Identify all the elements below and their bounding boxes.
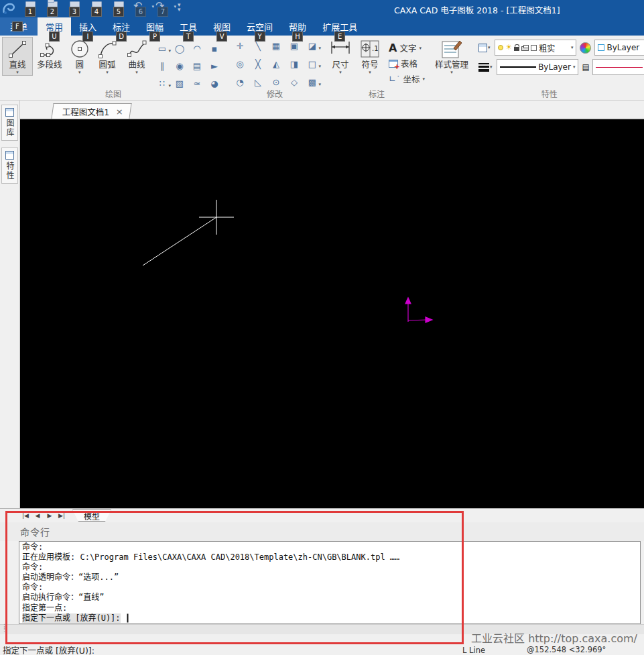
- linewidth-button[interactable]: ▾: [477, 62, 494, 72]
- extend-button[interactable]: ╳: [250, 56, 266, 71]
- offset-button[interactable]: ◔: [232, 74, 248, 89]
- circle-button[interactable]: 圆 ▾: [67, 38, 92, 75]
- arc-icon: [96, 39, 118, 60]
- arc-dropdown-icon[interactable]: ▾: [92, 70, 122, 75]
- keytip-5: 5: [113, 7, 124, 17]
- coordinate-button[interactable]: ∟˙ 坐标 ▾: [389, 72, 425, 85]
- rotate-button[interactable]: ⊙: [268, 74, 284, 89]
- plot-preview-button[interactable]: 5: [109, 0, 131, 17]
- undo-button[interactable]: ↶ ▾ 6: [131, 0, 153, 17]
- drawing-canvas[interactable]: [20, 119, 644, 508]
- tab-shitu[interactable]: 视图 V: [205, 17, 239, 36]
- pick-arrow-button[interactable]: ►: [206, 58, 222, 73]
- sidebar-tab-properties[interactable]: 特性: [1, 147, 18, 184]
- style-manager-group: 样式管理 ▾: [430, 36, 473, 100]
- crosshair-cursor: [199, 200, 234, 235]
- tab-bangzhu[interactable]: 帮助 H: [281, 17, 314, 36]
- polygon-button[interactable]: ◉: [172, 58, 188, 73]
- linetype-scale-icon[interactable]: ▤: [582, 62, 588, 72]
- edit-properties-button[interactable]: ▩▾: [304, 74, 320, 89]
- tab-tufu[interactable]: 图幅 P: [138, 17, 172, 36]
- ellipse-button[interactable]: ◯: [172, 41, 188, 56]
- color-value: ByLayer: [606, 43, 639, 52]
- keytip-2: 2: [47, 7, 58, 17]
- symbol-button[interactable]: .1 符号 ▾: [355, 38, 385, 75]
- mirror-button[interactable]: ◭: [268, 56, 284, 71]
- print-button[interactable]: 4: [86, 0, 109, 17]
- table-button[interactable]: 表格: [389, 57, 425, 70]
- curve-dropdown-icon[interactable]: ▾: [122, 70, 151, 75]
- point-style-button[interactable]: ▪: [206, 41, 222, 56]
- polyline-button[interactable]: 多段线: [32, 38, 67, 70]
- style-manager-button[interactable]: 样式管理 ▾: [433, 38, 470, 75]
- properties-icon: [5, 151, 14, 160]
- formula-curve-button[interactable]: ◠: [189, 41, 205, 56]
- close-icon[interactable]: ×: [116, 107, 123, 117]
- open-file-button[interactable]: 2: [42, 0, 64, 17]
- color-combo[interactable]: ByLayer: [594, 40, 644, 56]
- dimension-button[interactable]: 尺寸 ▾: [326, 38, 355, 75]
- layer-settings-button[interactable]: ▾: [477, 43, 492, 53]
- curve-icon: [126, 39, 147, 60]
- coordinate-icon: ∟˙: [389, 74, 400, 84]
- save-button[interactable]: 3: [64, 0, 86, 17]
- tab-gongju[interactable]: 工具 T: [172, 17, 205, 36]
- draw-group-label: 绘图: [0, 88, 227, 99]
- color-picker-button[interactable]: [580, 42, 591, 54]
- circle-dropdown-icon[interactable]: ▾: [67, 70, 92, 75]
- erase-button[interactable]: ◪▾: [304, 38, 320, 53]
- tab-charu[interactable]: 插入 I: [71, 17, 105, 36]
- quick-access-toolbar: 1 2 3 4 5 ↶ ▾ 6: [20, 0, 187, 17]
- dimension-dropdown-icon[interactable]: ▾: [326, 70, 355, 75]
- text-dropdown-icon[interactable]: ▾: [419, 46, 422, 51]
- linetype-sample: [500, 66, 536, 68]
- sidebar-tab-library[interactable]: 图库: [1, 105, 18, 141]
- arc-button[interactable]: 圆弧 ▾: [92, 38, 122, 75]
- tab-kuozhangongju[interactable]: 扩展工具 E: [314, 17, 365, 36]
- text-icon: A: [389, 42, 397, 54]
- explode-button[interactable]: ◇: [286, 74, 302, 89]
- scale-button[interactable]: ◺: [250, 74, 266, 89]
- array-button[interactable]: ▦: [268, 38, 284, 53]
- linetype-combo[interactable]: ByLayer ▾: [497, 59, 578, 75]
- menu-button[interactable]: 菜单 F: [0, 17, 38, 36]
- clip-button[interactable]: □▾: [304, 56, 320, 71]
- symbol-dropdown-icon[interactable]: ▾: [355, 70, 385, 75]
- tab-biaozhu[interactable]: 标注 D: [105, 17, 138, 36]
- text-button[interactable]: A 文字 ▾: [389, 42, 425, 54]
- line-button[interactable]: 直线 ▾: [3, 38, 32, 75]
- layer-freeze-icon: ☀: [505, 44, 512, 51]
- line-dropdown-icon[interactable]: ▾: [3, 70, 32, 75]
- copy-button[interactable]: ◎: [232, 56, 248, 71]
- modify-small-tools: ✛ ◎ ◔ ╲ ╳ ◺ ▦ ◭ ⊙ ▣ ◨ ◇ ◪▾ □▾ ▩▾: [227, 36, 323, 92]
- layer-combo[interactable]: ☀ 粗实 ▾: [495, 40, 576, 56]
- app-logo-icon[interactable]: [1, 2, 16, 15]
- move-button[interactable]: ✛: [232, 38, 248, 53]
- curve-button[interactable]: 曲线 ▾: [122, 38, 151, 75]
- rectangle-button[interactable]: ▭▾: [154, 41, 170, 56]
- dimension-icon: [329, 39, 352, 60]
- keytip-3: 3: [69, 7, 80, 17]
- dimension-linetype-combo[interactable]: ByLayer: [592, 59, 644, 75]
- modify-group-label: 修改: [227, 88, 323, 99]
- keytip-menu: F: [12, 21, 23, 32]
- caxa-cad-window: 1 2 3 4 5 ↶ ▾ 6: [0, 0, 644, 655]
- coordinate-dropdown-icon[interactable]: ▾: [422, 76, 425, 82]
- new-file-button[interactable]: 1: [20, 0, 42, 17]
- document-tab-label: 工程图文档1: [62, 105, 109, 118]
- layer-combo-dropdown-icon: ▾: [571, 45, 574, 50]
- svg-text:.1: .1: [372, 45, 379, 52]
- block-button[interactable]: ▤: [189, 58, 205, 73]
- parallel-lines-button[interactable]: ∥: [154, 58, 170, 73]
- circle-icon: [69, 39, 90, 60]
- document-tab[interactable]: 工程图文档1 ×: [51, 103, 132, 119]
- symbol-icon: .1: [359, 39, 381, 60]
- tab-yunkongjian[interactable]: 云空间 Y: [239, 17, 281, 36]
- style-manager-dropdown-icon[interactable]: ▾: [433, 70, 470, 75]
- customize-quick-access-button[interactable]: ▾▾: [175, 0, 187, 17]
- tab-changyong[interactable]: 常用 U: [38, 17, 71, 36]
- document-tab-bar: 工程图文档1 ×: [20, 101, 644, 119]
- red-highlight-annotation: [5, 511, 464, 644]
- stretch-button[interactable]: ◨: [286, 56, 302, 71]
- redo-button[interactable]: ↷ ▾ 7: [153, 0, 175, 17]
